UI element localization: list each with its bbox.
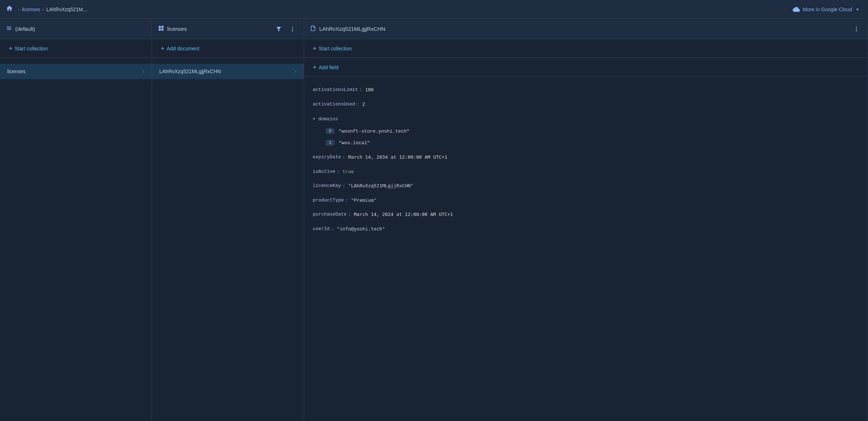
domain-entry-1: 1 "woo.local"	[304, 137, 868, 149]
filter-button[interactable]	[273, 24, 284, 34]
domain-value-1: "woo.local"	[339, 140, 370, 146]
svg-rect-0	[159, 26, 161, 28]
more-in-google-cloud-button[interactable]: More in Google Cloud ▾	[789, 4, 862, 15]
start-collection-label-right: Start collection	[319, 46, 352, 51]
panel-right: LAhRvXzq521MLgjjRxCHN + Start collection…	[304, 19, 868, 421]
svg-point-4	[292, 26, 293, 28]
panel-right-title: LAhRvXzq521MLgjjRxCHN	[319, 26, 848, 32]
field-value-activations-used: 2	[362, 101, 365, 108]
panel-mid-header: licenses	[152, 19, 304, 39]
panel-right-start-collection-bar: + Start collection	[304, 39, 868, 58]
plus-icon-left: +	[9, 45, 13, 52]
field-value-activations-limit: 100	[365, 86, 374, 93]
field-key-domains: domains	[318, 116, 338, 122]
more-options-right-button[interactable]	[851, 24, 862, 34]
panel-left-title: (default)	[15, 26, 146, 32]
field-value-expiry-date: March 14, 2034 at 12:00:00 AM UTC+1	[348, 154, 447, 161]
field-expiry-date: expiryDate : March 14, 2034 at 12:00:00 …	[304, 150, 868, 164]
add-field-button[interactable]: + Add field	[310, 62, 341, 73]
field-key-is-active: isActive	[313, 168, 335, 175]
breadcrumb-licenses[interactable]: licenses	[22, 7, 41, 12]
field-purchase-date: purchaseDate : March 14, 2024 at 12:00:0…	[304, 207, 868, 222]
more-options-mid-button[interactable]	[287, 24, 298, 34]
svg-rect-1	[161, 26, 164, 28]
field-value-user-id: "info@yoshi.tech"	[337, 225, 385, 233]
dropdown-arrow-icon: ▾	[856, 7, 859, 12]
field-is-active: isActive : true	[304, 164, 868, 179]
svg-point-9	[856, 30, 857, 31]
collection-item-licenses[interactable]: licenses ›	[0, 64, 152, 79]
cloud-button-label: More in Google Cloud	[803, 7, 852, 12]
field-value-product-type: "Premium"	[351, 197, 376, 204]
domain-index-0: 0	[326, 128, 334, 134]
panel-left-header: (default)	[0, 19, 152, 39]
field-key-product-type: productType	[313, 197, 344, 204]
field-key-purchase-date: purchaseDate	[313, 211, 347, 218]
svg-point-8	[856, 28, 857, 29]
domain-value-0: "woonft-store.yoshi.tech"	[339, 129, 409, 134]
field-colon-8: :	[331, 225, 334, 233]
domain-entry-0: 0 "woonft-store.yoshi.tech"	[304, 125, 868, 137]
panel-right-add-field-bar: + Add field	[304, 58, 868, 77]
field-key-user-id: userId	[313, 225, 330, 233]
panel-mid: licenses + Add document LAhRvXzq521MLgjj…	[152, 19, 304, 421]
field-colon-4: :	[337, 168, 340, 175]
document-icon	[310, 25, 316, 33]
collection-item-name: licenses	[7, 68, 143, 74]
panel-mid-list: LAhRvXzq521MLgjjRxCHN ›	[152, 58, 304, 421]
document-item-main[interactable]: LAhRvXzq521MLgjjRxCHN ›	[152, 64, 304, 79]
database-icon	[6, 25, 12, 33]
start-collection-label-left: Start collection	[15, 46, 48, 51]
plus-icon-right-1: +	[313, 45, 317, 52]
field-key-expiry-date: expiryDate	[313, 154, 341, 161]
collection-icon	[158, 25, 164, 33]
panel-left-action-bar: + Start collection	[0, 39, 152, 58]
field-licence-key: licenceKey : "LAhRvXzq521MLgjjRxCHN"	[304, 179, 868, 193]
panel-left-list: licenses ›	[0, 58, 152, 421]
field-key-licence-key: licenceKey	[313, 182, 341, 189]
panel-left: (default) + Start collection licenses ›	[0, 19, 152, 421]
field-activations-used: activationsUsed : 2	[304, 97, 868, 112]
domain-index-1: 1	[326, 140, 334, 146]
plus-icon-right-2: +	[313, 64, 317, 71]
field-colon-1: :	[359, 86, 362, 93]
field-colon-2: :	[357, 101, 359, 108]
start-collection-button-left[interactable]: + Start collection	[6, 43, 51, 54]
field-domains-header[interactable]: ▼ domains	[304, 113, 868, 125]
field-product-type: productType : "Premium"	[304, 193, 868, 208]
svg-point-6	[292, 30, 293, 31]
plus-icon-mid: +	[161, 45, 165, 52]
home-icon[interactable]	[6, 5, 13, 14]
add-document-button[interactable]: + Add document	[158, 43, 202, 54]
field-colon-7: :	[348, 211, 351, 218]
collapse-arrow-icon: ▼	[313, 117, 315, 122]
panel-right-header: LAhRvXzq521MLgjjRxCHN	[304, 19, 868, 39]
field-key-activations-used: activationsUsed	[313, 101, 355, 108]
chevron-right-icon-mid: ›	[295, 68, 296, 75]
field-activations-limit: activationsLimit : 100	[304, 83, 868, 97]
start-collection-button-right[interactable]: + Start collection	[310, 43, 355, 54]
svg-point-5	[292, 28, 293, 29]
field-value-purchase-date: March 14, 2024 at 12:00:00 AM UTC+1	[354, 211, 453, 218]
field-colon-3: :	[342, 154, 345, 161]
field-domains-section: ▼ domains 0 "woonft-store.yoshi.tech" 1 …	[304, 111, 868, 150]
add-field-label: Add field	[319, 64, 338, 70]
svg-point-7	[856, 26, 857, 28]
svg-rect-2	[159, 28, 161, 30]
breadcrumb-current: LAhRvXzq521M…	[46, 7, 88, 12]
chevron-right-icon: ›	[143, 68, 144, 75]
document-fields: activationsLimit : 100 activationsUsed :…	[304, 77, 868, 421]
field-key-activations-limit: activationsLimit	[313, 86, 358, 93]
field-user-id: userId : "info@yoshi.tech"	[304, 222, 868, 236]
top-nav: › licenses › LAhRvXzq521M… More in Googl…	[0, 0, 868, 19]
svg-rect-3	[161, 28, 164, 30]
panel-mid-action-bar: + Add document	[152, 39, 304, 58]
add-document-label: Add document	[167, 46, 199, 51]
breadcrumb-sep-2: ›	[42, 7, 44, 12]
field-colon-6: :	[345, 197, 348, 204]
main-content: (default) + Start collection licenses › …	[0, 19, 868, 421]
document-item-name: LAhRvXzq521MLgjjRxCHN	[159, 68, 295, 74]
field-value-is-active: true	[342, 168, 354, 175]
field-value-licence-key: "LAhRvXzq521MLgjjRxCHN"	[348, 182, 413, 189]
breadcrumb-sep-1: ›	[18, 7, 20, 12]
